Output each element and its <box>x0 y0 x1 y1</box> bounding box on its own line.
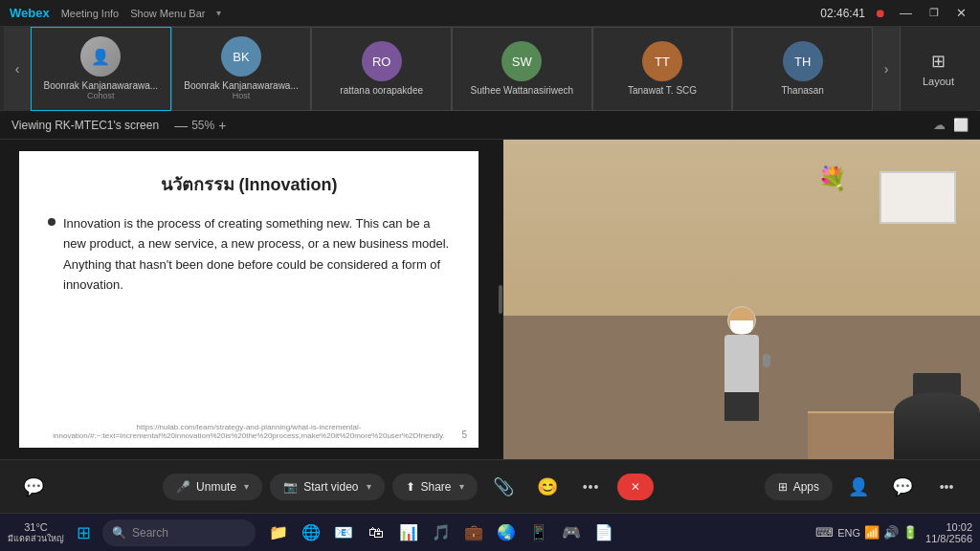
taskbar-search[interactable]: 🔍 Search <box>102 519 256 546</box>
screen-label-bar: Viewing RK-MTEC1's screen — 55% + ☁ ⬜ <box>0 111 980 140</box>
video-scene: 💐 <box>503 140 980 459</box>
slide-footer: https://nulab.com/learn/strategy-and-pla… <box>19 423 479 440</box>
taskbar-app-phone[interactable]: 📱 <box>523 518 554 548</box>
zoom-controls[interactable]: — 55% + <box>174 118 226 133</box>
participants-strip: ‹ 👤 Boonrak Kanjanawarawa... Cohost BK B… <box>0 27 980 111</box>
participant-card[interactable]: TT Tanawat T. SCG <box>592 27 733 111</box>
slide-panel: นวัตกรรม (Innovation) Innovation is the … <box>0 140 498 459</box>
participant-role: Host <box>233 91 251 100</box>
meeting-info-label[interactable]: Meeting Info <box>61 8 120 19</box>
webex-logo: Webex <box>10 6 50 20</box>
avatar: TT <box>642 41 682 81</box>
zoom-level: 55% <box>191 119 214 132</box>
slide-bullet: Innovation is the process of creating so… <box>48 213 450 296</box>
chat-icon-button[interactable]: 💬 <box>15 469 52 505</box>
end-call-icon: ✕ <box>631 480 640 494</box>
taskbar-app-game[interactable]: 🎮 <box>556 518 587 548</box>
share-icon: ⬆ <box>406 480 415 494</box>
taskbar-app-files[interactable]: 📁 <box>263 518 294 548</box>
avatar: 👤 <box>80 36 121 77</box>
nav-right-arrow[interactable]: › <box>873 27 900 111</box>
participants-button[interactable]: 👤 <box>840 469 877 505</box>
system-tray: ⌨ ENG 📶 🔊 🔋 <box>815 525 918 540</box>
show-menu-label[interactable]: Show Menu Bar <box>130 8 205 19</box>
taskbar: 31°C มีแดดส่วนใหญ่ ⊞ 🔍 Search 📁 🌐 📧 🛍 📊 … <box>0 513 980 551</box>
participant-name: rattana oorapakdee <box>316 85 447 96</box>
search-icon: 🔍 <box>112 526 126 540</box>
layout-button[interactable]: ⊞ Layout <box>900 27 976 111</box>
presenter-figure <box>724 306 759 421</box>
taskbar-right: ⌨ ENG 📶 🔊 🔋 10:02 11/8/2566 <box>815 521 972 544</box>
keyboard-icon[interactable]: ⌨ <box>815 525 834 540</box>
participant-name: Tanawat T. SCG <box>597 85 728 96</box>
time-display: 02:46:41 <box>820 7 865 20</box>
share-button[interactable]: ⬆ Share ▾ <box>392 474 478 500</box>
minimize-btn[interactable]: — <box>896 6 916 20</box>
apps-icon: ⊞ <box>778 480 788 494</box>
toolbar: 💬 🎤 Unmute ▾ 📷 Start video ▾ ⬆ Share ▾ 📎… <box>0 459 980 513</box>
end-call-button[interactable]: ✕ <box>617 474 654 500</box>
start-video-button[interactable]: 📷 Start video ▾ <box>270 474 384 500</box>
start-button[interactable]: ⊞ <box>68 518 99 548</box>
avatar: SW <box>501 41 542 81</box>
more-right-button[interactable]: ••• <box>928 469 965 505</box>
participant-name: Thanasan <box>737 85 868 96</box>
audience-figure <box>894 392 980 459</box>
taskbar-app-store[interactable]: 🛍 <box>361 518 391 548</box>
close-btn[interactable]: ✕ <box>952 6 970 20</box>
taskbar-app-media[interactable]: 🎵 <box>426 518 457 548</box>
participant-card[interactable]: BK Boonrak Kanjanawarawa... Host <box>171 27 312 111</box>
more-options-button[interactable]: ••• <box>573 469 610 505</box>
fullscreen-icon: ⬜ <box>953 118 969 132</box>
video-caret: ▾ <box>367 481 371 492</box>
taskbar-apps: 📁 🌐 📧 🛍 📊 🎵 💼 🌏 📱 🎮 📄 <box>263 518 619 548</box>
taskbar-app-office[interactable]: 📊 <box>393 518 424 548</box>
taskbar-clock[interactable]: 10:02 11/8/2566 <box>925 521 972 544</box>
slide-bullet-text: Innovation is the process of creating so… <box>63 213 450 296</box>
participant-card[interactable]: SW Suthee Wattanasiriwech <box>452 27 592 111</box>
zoom-out-btn[interactable]: — <box>174 118 188 133</box>
nav-left-arrow[interactable]: ‹ <box>4 27 31 111</box>
zoom-in-btn[interactable]: + <box>218 118 226 133</box>
apps-label: Apps <box>793 480 819 494</box>
taskbar-app-pdf[interactable]: 📄 <box>589 518 619 548</box>
screenshare-icon: ☁ <box>933 118 946 132</box>
wifi-icon[interactable]: 📶 <box>864 525 880 540</box>
maximize-btn[interactable]: ❐ <box>925 7 943 19</box>
viewing-label: Viewing RK-MTEC1's screen <box>11 119 159 132</box>
divider-handle <box>499 285 502 314</box>
chevron-down-icon: ▾ <box>216 8 221 18</box>
search-placeholder: Search <box>132 526 168 540</box>
taskbar-app-edge[interactable]: 🌏 <box>491 518 522 548</box>
room-wall <box>503 140 980 316</box>
presenter-legs <box>724 392 759 421</box>
taskbar-app-browser[interactable]: 🌐 <box>296 518 326 548</box>
emoji-button[interactable]: 😊 <box>529 469 566 505</box>
share-caret: ▾ <box>459 481 464 492</box>
volume-icon[interactable]: 🔊 <box>883 525 899 540</box>
main-content: นวัตกรรม (Innovation) Innovation is the … <box>0 140 980 459</box>
participant-name: Boonrak Kanjanawarawa... <box>35 80 167 91</box>
microphone-icon <box>763 354 770 367</box>
attachment-button[interactable]: 📎 <box>485 469 522 505</box>
slide-frame: นวัตกรรม (Innovation) Innovation is the … <box>19 151 479 448</box>
battery-icon[interactable]: 🔋 <box>902 525 918 540</box>
taskbar-app-teams[interactable]: 💼 <box>458 518 489 548</box>
presenter-head <box>727 306 756 335</box>
participant-card[interactable]: RO rattana oorapakdee <box>311 27 452 111</box>
whiteboard <box>880 171 956 224</box>
taskbar-app-mail[interactable]: 📧 <box>328 518 359 548</box>
unmute-label: Unmute <box>196 480 236 494</box>
record-icon: ⏺ <box>875 7 886 20</box>
unmute-button[interactable]: 🎤 Unmute ▾ <box>163 474 262 500</box>
windows-logo-icon: ⊞ <box>77 522 91 543</box>
chat-right-button[interactable]: 💬 <box>884 469 921 505</box>
lang-icon[interactable]: ENG <box>837 527 860 539</box>
participant-card[interactable]: TH Thanasan <box>732 27 873 111</box>
start-video-label: Start video <box>303 480 358 494</box>
share-label: Share <box>421 480 452 494</box>
presenter-body <box>724 335 759 392</box>
apps-button[interactable]: ⊞ Apps <box>765 474 833 500</box>
participant-card[interactable]: 👤 Boonrak Kanjanawarawa... Cohost <box>31 27 171 111</box>
layout-icon: ⊞ <box>931 51 946 72</box>
